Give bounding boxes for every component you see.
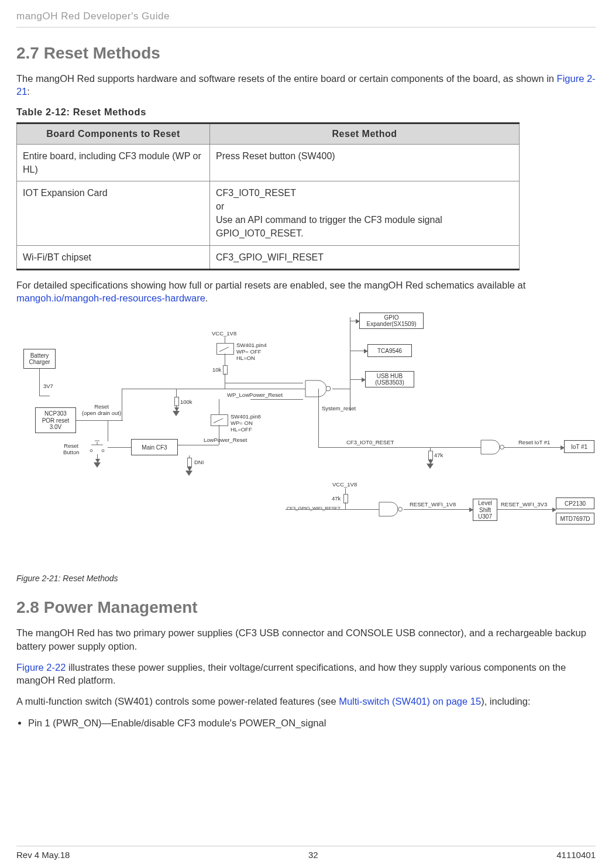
wire [430,459,431,464]
footer-rev: Rev 4 May.18 [16,850,70,860]
table-2-12-caption: Table 2-12: Reset Methods [16,107,596,118]
wire [497,509,556,510]
wire [39,369,40,396]
svg-point-0 [90,450,92,452]
svg-point-4 [326,386,331,391]
box-usb-hub: USB HUB (USB3503) [365,371,414,387]
lbl-3v7: 3V7 [43,383,53,389]
wire [225,383,303,383]
lbl-47k-b: 47k [332,495,341,502]
table-row: Wi-Fi/BT chipset CF3_GPIO_WIFI_RESET [17,245,520,269]
gnd-icon [427,464,434,469]
power-bullets: Pin 1 (PWR_ON)—Enable/disable CF3 module… [16,716,596,730]
reset-methods-table: Board Components to Reset Reset Method E… [16,122,520,270]
svg-point-1 [102,450,104,452]
doc-title: mangOH Red Developer's Guide [16,11,596,22]
wire [350,379,365,380]
p3-a: A multi-function switch (SW401) controls… [16,696,339,706]
cell: Wi-Fi/BT chipset [17,245,210,269]
box-iot1: IoT #1 [564,440,594,453]
lbl-reset-wifi-1v8: RESET_WIFI_1V8 [410,501,456,507]
lbl-vcc-1v8-b: VCC_1V8 [332,481,357,488]
resistor-icon [223,365,228,375]
wire [250,399,303,400]
table-row: Entire board, including CF3 module (WP o… [17,144,520,181]
box-gpio-expander: GPIO Expander(SX1509) [359,313,424,329]
lbl-100k: 100k [180,399,192,405]
box-cp2130: CP2130 [556,498,594,509]
section-2-8-p1: The mangOH Red has two primary power sup… [16,626,596,653]
wire [332,389,350,389]
resistor-icon [187,458,192,467]
wire [430,447,431,451]
footer-page-number: 32 [308,850,318,860]
wire [404,509,473,510]
wire [350,321,359,321]
wire [225,354,225,365]
wire [39,396,50,396]
lbl-wp-lowpower-reset: WP_LowPower_Reset [227,392,283,398]
resistor-icon [343,494,348,503]
table-row: IOT Expansion Card CF3_IOT0_RESET or Use… [17,181,520,245]
wire [350,317,350,411]
intro-text-a: The mangOH Red supports hardware and sof… [16,73,557,84]
wire [108,420,108,441]
wire [286,509,379,510]
wire [176,405,177,411]
cell: Entire board, including CF3 module (WP o… [17,144,210,181]
section-2-7-para2: For detailed specifications showing how … [16,279,596,305]
lbl-cf3-gpio-wifi-reset: CF3_GPIO_WIFI_RESET [287,506,341,511]
box-level-shift: Level Shift U307 [473,499,497,521]
section-2-7-heading: 2.7 Reset Methods [16,44,596,63]
wire [345,488,346,494]
gnd-icon [185,471,192,476]
cell: CF3_GPIO_WIFI_RESET [210,245,520,269]
box-mtd7697d: MTD7697D [556,513,594,524]
wire [108,447,131,448]
box-main-cf3: Main CF3 [131,439,178,455]
p3-b: ), including: [481,696,530,706]
lbl-47k-a: 47k [434,452,443,458]
nand-gate-icon [377,500,404,519]
reset-button-icon [88,440,108,454]
wire [122,389,122,420]
wire [97,454,98,462]
cell: IOT Expansion Card [17,181,210,245]
wire [350,351,367,351]
resistor-icon [174,397,179,406]
para2-a: For detailed specifications showing how … [16,280,525,290]
lbl-reset-iot1: Reset IoT #1 [518,439,550,445]
wire [122,389,318,389]
gnd-icon [94,462,101,468]
lbl-lowpower-reset: LowPower_Reset [204,437,247,443]
figure-2-22-link[interactable]: Figure 2-22 [16,662,66,673]
nand-gate-icon [303,378,332,399]
reset-diagram: Battery Charger 3V7 NCP303 POR reset 3.0… [16,313,596,570]
lbl-reset-wifi-3v3: RESET_WIFI_3V3 [501,501,547,507]
footer-docid: 41110401 [556,850,596,860]
resistor-icon [428,451,433,460]
wire [189,466,190,471]
wire [225,373,225,389]
wire [318,389,319,447]
cell: CF3_IOT0_RESET or Use an API command to … [210,181,520,245]
switch-icon [216,343,234,355]
lbl-10k: 10k [212,366,221,373]
wire [219,399,219,414]
wire [345,502,346,509]
section-2-7-intro: The mangOH Red supports hardware and sof… [16,72,596,98]
multi-switch-link[interactable]: Multi-switch (SW401) on page 15 [339,696,481,706]
wire [76,420,123,421]
switch-icon [211,414,228,426]
lbl-reset-button: Reset Button [63,442,79,455]
wire [178,445,219,445]
wire [225,337,225,343]
nand-gate-icon [479,438,506,457]
page-footer: Rev 4 May.18 32 41110401 [16,846,596,860]
mangoh-link[interactable]: mangoh.io/mangoh-red-resources-hardware [16,293,205,303]
wire [189,455,190,458]
gnd-icon [173,411,180,416]
lbl-reset-open-drain: Reset (open drain out) [82,403,121,416]
p2-text: illustrates these power supplies, their … [16,662,566,685]
svg-point-5 [500,445,504,450]
